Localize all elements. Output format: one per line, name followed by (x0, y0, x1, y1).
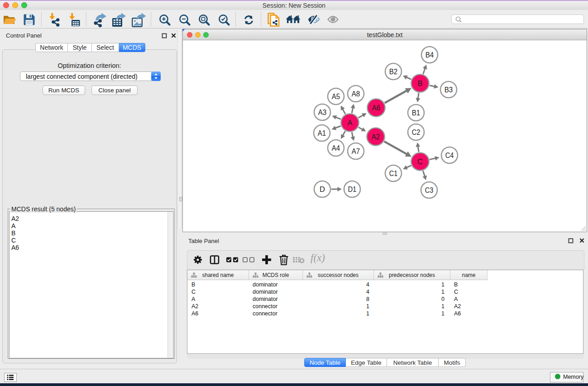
svg-text:C: C (417, 157, 423, 166)
svg-text:A2: A2 (372, 133, 380, 141)
svg-text:B3: B3 (445, 86, 453, 94)
svg-text:C3: C3 (425, 186, 434, 194)
svg-text:C4: C4 (445, 151, 454, 159)
svg-text:A: A (347, 119, 352, 127)
svg-text:D1: D1 (348, 185, 357, 193)
svg-text:A3: A3 (318, 108, 327, 116)
svg-text:C1: C1 (389, 169, 398, 177)
svg-text:A1: A1 (318, 129, 326, 137)
svg-text:B1: B1 (412, 109, 421, 117)
svg-text:A8: A8 (352, 90, 360, 98)
svg-text:C2: C2 (412, 128, 421, 136)
svg-text:A7: A7 (352, 147, 360, 155)
svg-text:B4: B4 (425, 51, 434, 59)
svg-text:B: B (417, 79, 422, 87)
svg-text:D: D (320, 185, 325, 193)
svg-text:B2: B2 (389, 67, 398, 76)
svg-text:A5: A5 (332, 92, 340, 100)
svg-text:A6: A6 (372, 104, 381, 112)
svg-text:A4: A4 (332, 144, 340, 152)
